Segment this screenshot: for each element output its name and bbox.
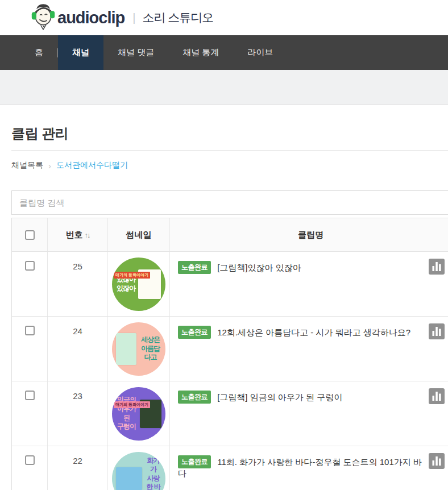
header-checkbox-cell <box>12 218 47 251</box>
stats-button[interactable] <box>429 323 445 339</box>
thumbnail-text-line: 세상은 <box>139 335 161 344</box>
breadcrumb-current-channel-link[interactable]: 도서관에서수다떨기 <box>56 160 128 171</box>
column-header-thumbnail: 썸네일 <box>107 218 169 251</box>
row-clip-name-cell: 노출완료 12회.세상은 아름답다고 - 시가 뭐라고 생각하나요? <box>169 317 448 381</box>
clip-thumbnail[interactable]: 화가가사랑한 바다 <box>112 452 165 490</box>
site-header: audioclip | 소리 스튜디오 <box>0 0 448 35</box>
main-nav: 홈 채널 채널 댓글 채널 통계 라이브 <box>0 35 448 70</box>
nav-item-label: 홈 <box>35 47 43 58</box>
status-badge: 노출완료 <box>178 391 211 404</box>
row-checkbox-cell <box>12 317 47 381</box>
clip-title[interactable]: [그림책]있잖아 있잖아 <box>217 263 301 272</box>
nav-item-0[interactable]: 홈 <box>20 35 57 70</box>
row-thumbnail-cell: 매기의 동화이야기있잖아있잖아 <box>107 252 169 316</box>
clip-title[interactable]: [그림책] 임금의 아우가 된 구렁이 <box>217 392 342 402</box>
row-clip-name-cell: 노출완료 [그림책]있잖아 있잖아 <box>169 252 448 316</box>
stats-button[interactable] <box>429 453 445 469</box>
thumbnail-title-text: 세상은아름답다고 <box>139 335 161 362</box>
thumbnail-text-line: 구렁이 <box>116 422 137 431</box>
clip-search-input[interactable] <box>11 190 448 215</box>
stats-button[interactable] <box>429 259 445 275</box>
clip-thumbnail[interactable]: 매기의 동화이야기임금의아우가 된구렁이 <box>112 387 165 441</box>
thumbnail-text-line: 화가가 <box>145 456 161 474</box>
nav-item-label: 채널 통계 <box>182 47 219 58</box>
table-row: 22 화가가사랑한 바다 노출완료 11회. 화가가 사랑한 바다-정우철 도슨… <box>12 446 448 490</box>
row-checkbox[interactable] <box>25 391 35 400</box>
main-content: 클립 관리 채널목록 › 도서관에서수다떨기 번호 ↑↓ 썸네일 클립명 25 … <box>0 124 448 490</box>
bar-chart-icon <box>429 259 445 275</box>
row-clip-name-cell: 노출완료 [그림책] 임금의 아우가 된 구렁이 <box>169 381 448 446</box>
bar-chart-icon <box>429 453 445 469</box>
row-number: 25 <box>47 252 107 316</box>
row-checkbox-cell <box>12 446 47 490</box>
page-title: 클립 관리 <box>11 124 448 143</box>
clip-thumbnail[interactable]: 매기의 동화이야기있잖아있잖아 <box>112 258 165 311</box>
nav-item-label: 채널 <box>72 47 89 58</box>
bar-chart-icon <box>429 323 445 339</box>
column-header-number[interactable]: 번호 ↑↓ <box>47 218 107 251</box>
row-thumbnail-cell: 매기의 동화이야기임금의아우가 된구렁이 <box>107 381 169 446</box>
sub-nav-band <box>0 70 448 105</box>
clip-title[interactable]: 12회.세상은 아름답다고 - 시가 뭐라고 생각하나요? <box>217 327 410 337</box>
number-header-label: 번호 <box>66 230 83 240</box>
nav-item-1[interactable]: 채널 <box>58 35 103 70</box>
row-clip-name-cell: 노출완료 11회. 화가가 사랑한 바다-정우철 도슨트의 101가지 바다 <box>169 446 448 490</box>
bar-chart-icon <box>429 388 445 404</box>
thumbnail-series-label: 매기의 동화이야기 <box>114 401 150 408</box>
breadcrumb-channel-list-link[interactable]: 채널목록 <box>11 160 43 171</box>
table-row: 24 세상은아름답다고 노출완료 12회.세상은 아름답다고 - 시가 뭐라고 … <box>12 317 448 381</box>
audioclip-logo[interactable]: audioclip | 소리 스튜디오 <box>31 5 213 30</box>
thumbnail-text-line: 사랑한 바다 <box>145 474 161 490</box>
status-badge: 노출완료 <box>178 455 211 468</box>
sort-arrows-icon[interactable]: ↑↓ <box>85 231 90 239</box>
clip-title[interactable]: 11회. 화가가 사랑한 바다-정우철 도슨트의 101가지 바다 <box>178 457 422 478</box>
title-divider <box>11 150 448 151</box>
brand-separator: | <box>132 11 135 24</box>
row-checkbox-cell <box>12 252 47 316</box>
row-number: 23 <box>47 381 107 446</box>
status-badge: 노출완료 <box>178 326 211 339</box>
headphone-character-icon <box>31 3 55 30</box>
chevron-right-icon: › <box>48 161 51 171</box>
brand-subtitle: 소리 스튜디오 <box>143 10 214 26</box>
thumbnail-series-label: 매기의 동화이야기 <box>114 272 150 279</box>
row-number: 22 <box>47 446 107 490</box>
table-row: 25 매기의 동화이야기있잖아있잖아 노출완료 [그림책]있잖아 있잖아 <box>12 252 448 317</box>
clip-thumbnail[interactable]: 세상은아름답다고 <box>112 322 165 376</box>
book-cover-image <box>116 467 142 490</box>
status-badge: 노출완료 <box>178 261 211 274</box>
nav-item-label: 채널 댓글 <box>118 47 154 58</box>
row-checkbox[interactable] <box>25 326 35 335</box>
nav-item-4[interactable]: 라이브 <box>233 35 287 70</box>
row-checkbox-cell <box>12 381 47 446</box>
row-thumbnail-cell: 화가가사랑한 바다 <box>107 446 169 490</box>
thumbnail-title-text: 화가가사랑한 바다 <box>145 456 161 490</box>
thumbnail-text-line: 아름답다고 <box>139 344 161 362</box>
nav-item-3[interactable]: 채널 통계 <box>168 35 233 70</box>
table-body: 25 매기의 동화이야기있잖아있잖아 노출완료 [그림책]있잖아 있잖아 24 … <box>12 252 448 490</box>
thumbnail-text-line: 있잖아 <box>117 284 135 293</box>
row-thumbnail-cell: 세상은아름답다고 <box>107 317 169 381</box>
breadcrumb: 채널목록 › 도서관에서수다떨기 <box>11 160 448 171</box>
brand-name: audioclip <box>57 9 125 27</box>
table-row: 23 매기의 동화이야기임금의아우가 된구렁이 노출완료 [그림책] 임금의 아… <box>12 381 448 446</box>
clip-table: 번호 ↑↓ 썸네일 클립명 25 매기의 동화이야기있잖아있잖아 노출완료 [그… <box>11 218 448 490</box>
stats-button[interactable] <box>429 388 445 404</box>
table-header-row: 번호 ↑↓ 썸네일 클립명 <box>12 218 448 252</box>
select-all-checkbox[interactable] <box>25 230 35 240</box>
nav-item-2[interactable]: 채널 댓글 <box>103 35 168 70</box>
book-cover-image <box>116 333 136 365</box>
row-number: 24 <box>47 317 107 381</box>
row-checkbox[interactable] <box>25 261 35 271</box>
nav-item-label: 라이브 <box>247 47 273 58</box>
column-header-clip-name: 클립명 <box>169 218 448 251</box>
row-checkbox[interactable] <box>25 455 35 465</box>
